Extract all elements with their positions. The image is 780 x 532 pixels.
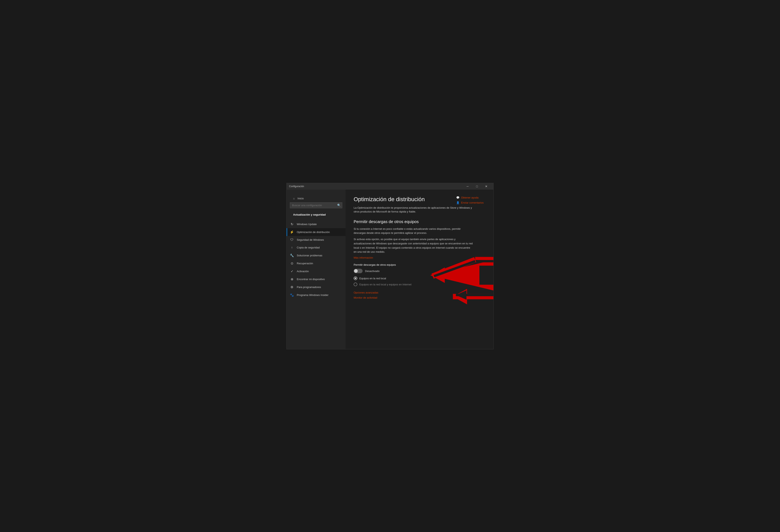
sidebar-item-label: Programa Windows Insider xyxy=(297,294,329,297)
sidebar-item-label: Optimización de distribución xyxy=(297,230,330,233)
sidebar-item-windows-update[interactable]: ↻ Windows Update xyxy=(287,220,345,228)
search-wrapper: 🔍 xyxy=(290,202,342,208)
minimize-button[interactable]: ─ xyxy=(463,183,472,190)
window-title: Configuración xyxy=(289,185,304,188)
toggle-knob xyxy=(354,269,358,273)
sidebar-item-security[interactable]: 🛡 Seguridad de Windows xyxy=(287,236,345,244)
radio-dot xyxy=(355,277,356,279)
sidebar-item-insider[interactable]: 🐾 Programa Windows Insider xyxy=(287,291,345,299)
search-input[interactable] xyxy=(290,202,342,208)
sidebar-item-distribution[interactable]: ⚡ Optimización de distribución xyxy=(287,228,345,236)
sidebar-section-title: Actualización y seguridad xyxy=(290,212,342,219)
home-icon: ⌂ xyxy=(293,197,295,200)
help-links: 💬 Obtener ayuda 👤 Enviar comentarios xyxy=(456,196,484,204)
toggle-row: Desactivado xyxy=(354,269,484,273)
developers-icon: ⚙ xyxy=(290,285,294,289)
radio-internet-button[interactable] xyxy=(354,282,357,286)
help-icon: 💬 xyxy=(456,196,459,199)
sidebar-header: ⌂ Inicio 🔍 Actualización y seguridad xyxy=(287,191,345,220)
radio-row-2: Equipos en la red local y equipos en Int… xyxy=(354,282,484,286)
page-description: La Optimización de distribución te propo… xyxy=(354,206,476,214)
content-area: ⌂ Inicio 🔍 Actualización y seguridad ↻ W… xyxy=(287,190,493,349)
insider-icon: 🐾 xyxy=(290,293,294,297)
sidebar-item-label: Seguridad de Windows xyxy=(297,238,324,241)
activation-icon: ✓ xyxy=(290,269,294,273)
sidebar-item-label: Windows Update xyxy=(297,223,317,226)
toggle-label: Desactivado xyxy=(365,270,380,273)
sidebar-item-find-device[interactable]: ⊕ Encontrar mi dispositivo xyxy=(287,275,345,283)
main-wrapper: 💬 Obtener ayuda 👤 Enviar comentarios Opt… xyxy=(345,190,493,349)
distribution-icon: ⚡ xyxy=(290,230,294,234)
troubleshoot-icon: 🔧 xyxy=(290,254,294,257)
find-device-icon: ⊕ xyxy=(290,277,294,281)
sidebar-item-home[interactable]: ⌂ Inicio xyxy=(290,195,342,202)
recovery-icon: ⊙ xyxy=(290,261,294,265)
toggle-switch[interactable] xyxy=(354,269,362,273)
sidebar-home-label: Inicio xyxy=(298,197,304,200)
main-content: 💬 Obtener ayuda 👤 Enviar comentarios Opt… xyxy=(345,190,493,349)
sidebar-item-label: Activación xyxy=(297,270,309,273)
sidebar-item-label: Copia de seguridad xyxy=(297,246,320,249)
radio-local-label: Equipos en la red local xyxy=(359,277,386,280)
update-icon: ↻ xyxy=(290,222,294,226)
activity-monitor-link[interactable]: Monitor de actividad xyxy=(354,296,484,299)
feedback-icon: 👤 xyxy=(456,201,459,204)
sidebar-item-activation[interactable]: ✓ Activación xyxy=(287,267,345,275)
sidebar-item-label: Encontrar mi dispositivo xyxy=(297,278,325,281)
backup-icon: ↑ xyxy=(290,246,294,250)
sidebar-item-label: Solucionar problemas xyxy=(297,254,322,257)
permit-label: Permitir descargas de otros equipos xyxy=(354,263,484,266)
sidebar: ⌂ Inicio 🔍 Actualización y seguridad ↻ W… xyxy=(287,190,345,349)
sidebar-items: ↻ Windows Update ⚡ Optimización de distr… xyxy=(287,220,345,299)
more-info-link[interactable]: Más información xyxy=(354,256,484,259)
feedback-link[interactable]: 👤 Enviar comentarios xyxy=(456,201,484,204)
sidebar-item-backup[interactable]: ↑ Copia de seguridad xyxy=(287,244,345,252)
advanced-options-link[interactable]: Opciones avanzadas xyxy=(354,291,484,294)
security-icon: 🛡 xyxy=(290,238,294,242)
sidebar-item-label: Para programadores xyxy=(297,285,321,288)
sidebar-item-label: Recuperación xyxy=(297,262,313,265)
radio-local-button[interactable] xyxy=(354,276,357,280)
sidebar-item-recovery[interactable]: ⊙ Recuperación xyxy=(287,259,345,267)
titlebar: Configuración ─ □ ✕ xyxy=(287,183,493,190)
maximize-button[interactable]: □ xyxy=(472,183,482,190)
section-text-2: Si activas esta opción, es posible que e… xyxy=(354,237,474,254)
radio-row-1: Equipos en la red local xyxy=(354,276,484,280)
sidebar-item-troubleshoot[interactable]: 🔧 Solucionar problemas xyxy=(287,252,345,259)
app-window: Configuración ─ □ ✕ ⌂ Inicio 🔍 A xyxy=(286,183,494,349)
close-button[interactable]: ✕ xyxy=(482,183,491,190)
section-text-1: Si tu conexión a Internet es poco confia… xyxy=(354,227,474,235)
radio-internet-label: Equipos en la red local y equipos en Int… xyxy=(359,283,411,286)
window-controls: ─ □ ✕ xyxy=(463,183,491,190)
sidebar-item-developers[interactable]: ⚙ Para programadores xyxy=(287,283,345,291)
help-link[interactable]: 💬 Obtener ayuda xyxy=(456,196,484,199)
section-title: Permitir descargas de otros equipos xyxy=(354,219,484,224)
bottom-links: Opciones avanzadas Monitor de actividad xyxy=(354,291,484,299)
